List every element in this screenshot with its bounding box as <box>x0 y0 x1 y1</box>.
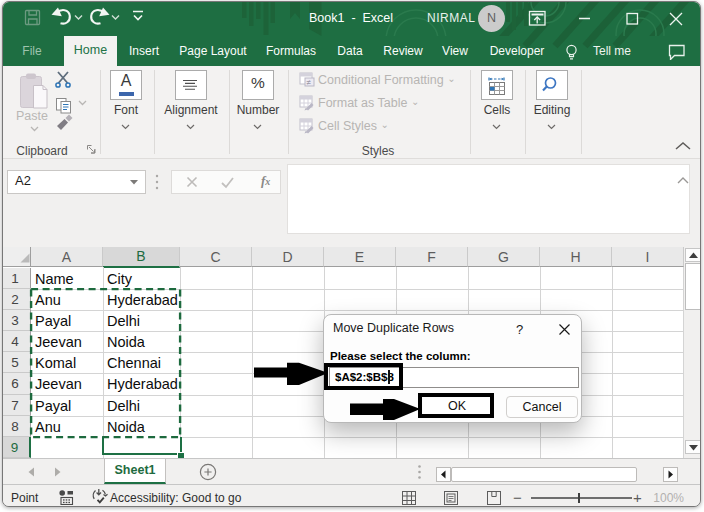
svg-text:≠: ≠ <box>307 78 312 87</box>
